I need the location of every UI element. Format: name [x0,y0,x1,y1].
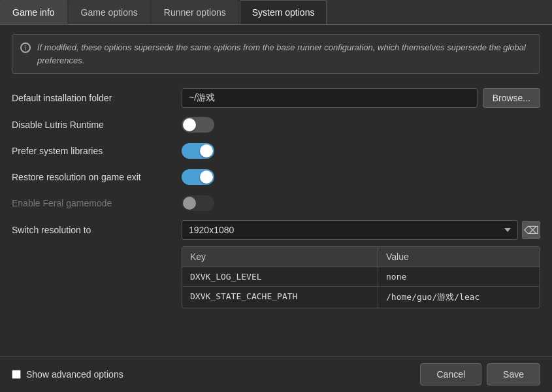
browse-button[interactable]: Browse... [483,88,540,108]
kv-cell-val-0: none [378,267,540,286]
tab-game-options[interactable]: Game options [69,0,150,24]
resolution-clear-button[interactable]: ⌫ [522,221,540,239]
restore-resolution-toggle[interactable] [182,169,214,185]
switch-resolution-label: Switch resolution to [12,224,182,236]
table-row: DXVK_LOG_LEVEL none [182,267,540,287]
tab-system-options[interactable]: System options [240,0,327,24]
resolution-wrap: 1920x1080 2560x1440 1280x720 1024x768 ⌫ [182,220,540,240]
show-advanced-text: Show advanced options [26,369,123,380]
prefer-system-libraries-toggle[interactable] [182,143,214,159]
bottom-bar: Show advanced options Cancel Save [0,356,552,392]
show-advanced-checkbox[interactable] [12,370,21,379]
col-val-header: Value [378,247,540,267]
disable-lutris-runtime-row: Disable Lutris Runtime [12,112,540,138]
prefer-system-libraries-label: Prefer system libraries [12,145,182,157]
restore-resolution-row: Restore resolution on game exit [12,164,540,190]
kv-cell-key-0: DXVK_LOG_LEVEL [182,267,378,286]
feral-gamemode-label: Enable Feral gamemode [12,197,182,209]
kv-cell-val-1: /home/guo/游戏/leac [378,287,540,308]
info-banner: i If modified, these options supersede t… [12,34,540,74]
info-text: If modified, these options supersede the… [37,41,532,67]
info-icon: i [20,42,31,53]
prefer-system-libraries-knob [200,144,213,157]
prefer-system-libraries-row: Prefer system libraries [12,138,540,164]
folder-input[interactable] [182,88,478,108]
restore-resolution-knob [200,171,213,184]
tab-runner-options[interactable]: Runner options [152,0,238,24]
table-row: DXVK_STATE_CACHE_PATH /home/guo/游戏/leac [182,287,540,308]
options-list: Default installation folder Browse... Di… [12,84,540,244]
kv-cell-key-1: DXVK_STATE_CACHE_PATH [182,287,378,308]
disable-lutris-runtime-knob [183,118,196,131]
switch-resolution-row: Switch resolution to 1920x1080 2560x1440… [12,216,540,244]
disable-lutris-runtime-label: Disable Lutris Runtime [12,119,182,131]
main-content: i If modified, these options supersede t… [0,25,552,356]
col-key-header: Key [182,247,378,267]
default-folder-row: Default installation folder Browse... [12,84,540,112]
default-folder-label: Default installation folder [12,92,182,104]
save-button[interactable]: Save [487,363,540,385]
feral-gamemode-row: Enable Feral gamemode [12,190,540,216]
show-advanced-label[interactable]: Show advanced options [12,369,123,380]
feral-gamemode-knob [183,197,196,210]
kv-table-header: Key Value [182,247,540,267]
kv-table: Key Value DXVK_LOG_LEVEL none DXVK_STATE… [182,246,540,308]
tab-bar: Game info Game options Runner options Sy… [0,0,552,25]
feral-gamemode-toggle[interactable] [182,195,214,211]
folder-input-wrap: Browse... [182,88,540,108]
disable-lutris-runtime-toggle[interactable] [182,117,214,133]
restore-resolution-label: Restore resolution on game exit [12,171,182,183]
cancel-button[interactable]: Cancel [420,363,481,385]
resolution-select[interactable]: 1920x1080 2560x1440 1280x720 1024x768 [182,220,518,240]
tab-game-info[interactable]: Game info [0,0,67,24]
